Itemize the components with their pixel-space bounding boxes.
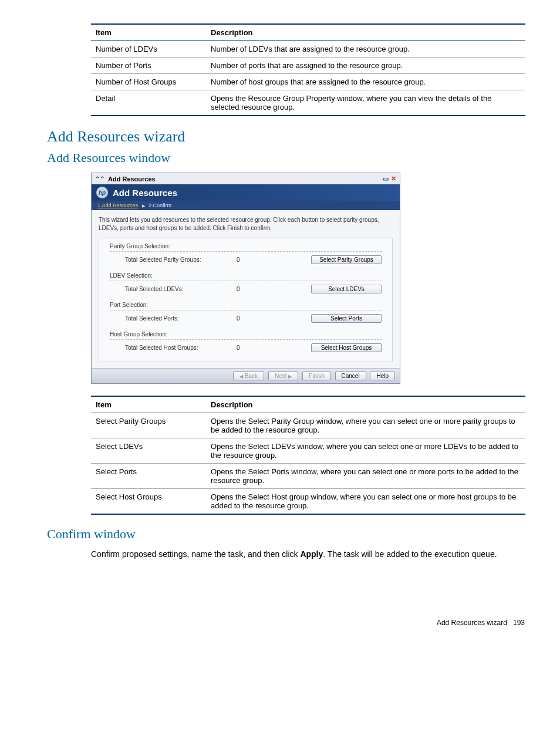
cancel-button[interactable]: Cancel [335,372,366,380]
table-row: Select Parity GroupsOpens the Select Par… [91,413,525,438]
page-footer: Add Resources wizard 193 [35,619,525,627]
hp-logo-icon: hp [96,187,108,198]
collapse-chevrons-icon[interactable]: ⌃⌃ [95,175,104,182]
table-header-item: Item [91,396,206,413]
dialog-intro-text: This wizard lets you add resources to th… [99,216,393,232]
add-resources-items-table: Item Description Select Parity GroupsOpe… [91,396,525,515]
footer-section-label: Add Resources wizard [437,619,507,627]
breadcrumb-step-1[interactable]: 1.Add Resources [97,202,138,208]
table-row: Number of LDEVsNumber of LDEVs that are … [91,41,525,58]
total-label: Total Selected Ports: [110,315,237,322]
total-label: Total Selected Parity Groups: [110,256,237,263]
table-row: Select LDEVsOpens the Select LDEVs windo… [91,438,525,464]
dialog-banner-title: Add Resources [113,188,177,198]
table-row: Number of PortsNumber of ports that are … [91,58,525,74]
table-header-item: Item [91,24,206,41]
dialog-body: This wizard lets you add resources to th… [92,210,400,368]
back-arrow-icon: ◀ [239,374,243,379]
select-ldevs-button[interactable]: Select LDEVs [311,285,382,293]
heading-add-resources-window: Add Resources window [47,150,525,166]
parity-group-selection: Parity Group Selection: Total Selected P… [110,243,382,264]
total-value: 0 [237,315,260,322]
select-ports-button[interactable]: Select Ports [311,314,382,323]
confirm-window-text: Confirm proposed settings, name the task… [91,549,525,560]
host-group-selection: Host Group Selection: Total Selected Hos… [110,331,382,352]
section-header: Parity Group Selection: [110,243,382,252]
section-header: Host Group Selection: [110,331,382,340]
port-selection: Port Selection: Total Selected Ports: 0 … [110,302,382,323]
resource-group-properties-table: Item Description Number of LDEVsNumber o… [91,23,525,116]
table-row: Select PortsOpens the Select Ports windo… [91,464,525,489]
next-arrow-icon: ▶ [288,374,292,379]
section-header: LDEV Selection: [110,272,382,281]
maximize-icon[interactable]: ▭ [383,175,389,183]
table-row: DetailOpens the Resource Group Property … [91,90,525,116]
table-header-description: Description [206,24,525,41]
heading-confirm-window: Confirm window [47,526,525,542]
total-label: Total Selected Host Groups: [110,345,237,351]
dialog-banner: hp Add Resources [92,184,400,201]
total-value: 0 [237,286,260,292]
close-icon[interactable]: ✕ [391,175,396,183]
breadcrumb-step-2: 2.Confirm [149,202,171,208]
table-row: Select Host GroupsOpens the Select Host … [91,489,525,515]
ldev-selection: LDEV Selection: Total Selected LDEVs: 0 … [110,272,382,293]
back-button[interactable]: ◀ Back [233,372,264,380]
total-value: 0 [237,256,260,263]
dialog-footer: ◀ Back Next ▶ Finish Cancel Help [92,368,400,383]
dialog-top-title: Add Resources [108,175,156,183]
total-value: 0 [237,345,260,351]
footer-page-number: 193 [513,619,525,627]
section-header: Port Selection: [110,302,382,310]
heading-add-resources-wizard: Add Resources wizard [47,128,525,146]
breadcrumb-separator-icon: ▶ [142,204,145,208]
help-button[interactable]: Help [370,372,395,380]
next-button[interactable]: Next ▶ [268,372,298,380]
selection-panel: Parity Group Selection: Total Selected P… [99,238,393,362]
select-host-groups-button[interactable]: Select Host Groups [311,343,382,352]
finish-button[interactable]: Finish [302,372,331,380]
dialog-titlebar: ⌃⌃ Add Resources ▭ ✕ [92,173,400,184]
breadcrumb: 1.Add Resources ▶ 2.Confirm [92,201,400,210]
total-label: Total Selected LDEVs: [110,286,237,292]
add-resources-dialog: ⌃⌃ Add Resources ▭ ✕ hp Add Resources 1.… [91,173,400,384]
table-row: Number of Host GroupsNumber of host grou… [91,74,525,90]
select-parity-groups-button[interactable]: Select Parity Groups [311,255,382,264]
table-header-description: Description [206,396,525,413]
